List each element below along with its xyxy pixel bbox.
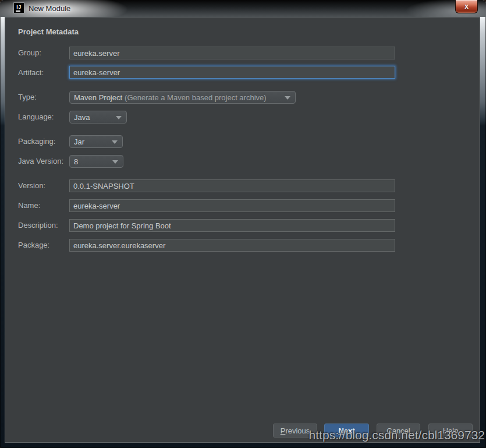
group-label: Group: — [18, 48, 41, 57]
packaging-label: Packaging: — [18, 137, 55, 146]
description-label: Description: — [18, 221, 58, 230]
artifact-input[interactable] — [69, 66, 395, 79]
type-label: Type: — [18, 93, 37, 101]
version-input[interactable] — [69, 179, 395, 192]
java-version-label: Java Version: — [18, 157, 63, 165]
title-bar[interactable]: IJ New Module x — [0, 0, 486, 17]
dialog-content: Project Metadata Group: Artifact: Type: … — [5, 17, 480, 443]
java-version-combo[interactable]: 8 — [69, 155, 123, 168]
java-version-combo-value: 8 — [74, 157, 78, 166]
group-input[interactable] — [69, 47, 395, 59]
type-combo-value: Maven Project — [74, 93, 122, 102]
type-combo-note: (Generate a Maven based project archive) — [125, 93, 267, 102]
chevron-down-icon — [285, 96, 290, 100]
close-icon: x — [464, 3, 469, 10]
close-button[interactable]: x — [455, 0, 478, 13]
name-label: Name: — [18, 201, 40, 210]
package-label: Package: — [18, 241, 49, 249]
chevron-down-icon — [112, 140, 118, 144]
description-input[interactable] — [69, 219, 395, 232]
intellij-logo-text: IJ — [16, 5, 22, 10]
artifact-label: Artifact: — [18, 68, 44, 77]
chevron-down-icon — [112, 160, 118, 164]
type-combo[interactable]: Maven Project (Generate a Maven based pr… — [69, 91, 296, 104]
name-input[interactable] — [69, 199, 395, 212]
section-title: Project Metadata — [18, 27, 79, 36]
version-label: Version: — [18, 181, 45, 190]
packaging-combo[interactable]: Jar — [69, 135, 123, 148]
language-combo[interactable]: Java — [69, 111, 127, 124]
new-module-dialog: IJ New Module x Project Metadata Group: … — [0, 0, 486, 448]
packaging-combo-value: Jar — [74, 137, 84, 146]
language-combo-value: Java — [74, 113, 90, 122]
package-input[interactable] — [69, 239, 395, 252]
intellij-logo-underline — [16, 10, 20, 12]
window-title: New Module — [29, 4, 70, 13]
chevron-down-icon — [116, 116, 122, 119]
watermark: https://blog.csdn.net/cbl1369732 — [309, 428, 485, 442]
language-label: Language: — [18, 112, 54, 121]
intellij-logo-icon: IJ — [14, 3, 24, 13]
